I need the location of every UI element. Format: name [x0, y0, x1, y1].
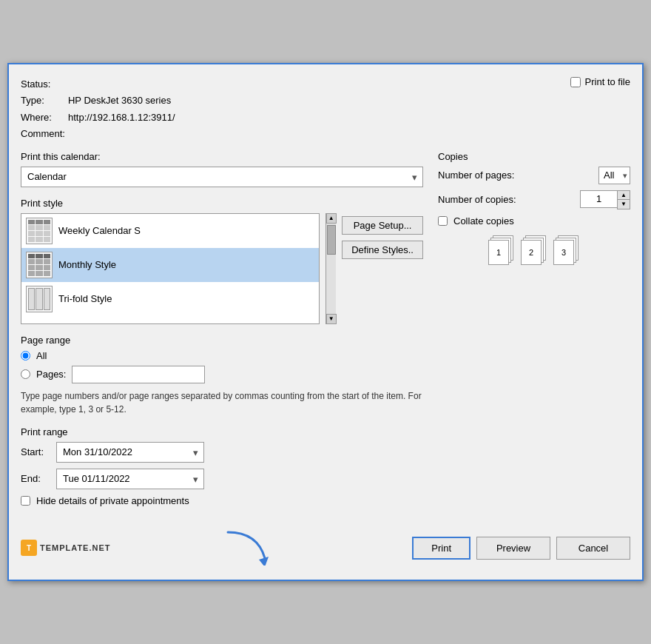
- end-date-select[interactable]: Tue 01/11/2022: [56, 469, 204, 489]
- collate-row: Collate copies: [438, 215, 630, 227]
- pages-radio[interactable]: [21, 369, 30, 379]
- collate-group-3: 3: [553, 235, 580, 265]
- print-calendar-label: Print this calendar:: [21, 151, 423, 162]
- monthly-label: Monthly Style: [58, 259, 116, 270]
- logo-text: TEMPLATE.NET: [40, 543, 111, 552]
- collate-group-1: 1: [488, 235, 515, 265]
- where-value: http://192.168.1.12:3911/: [68, 110, 178, 126]
- main-content: Print this calendar: Calendar Print styl…: [21, 151, 630, 517]
- page-range-label: Page range: [21, 335, 423, 346]
- status-value: [68, 76, 178, 93]
- page-range-section: Page range All Pages: Type page numbers …: [21, 335, 423, 416]
- print-dialog: Status: Type: HP DeskJet 3630 series Whe…: [7, 63, 644, 580]
- page-setup-button[interactable]: Page Setup...: [342, 216, 423, 235]
- bottom-left: T TEMPLATE.NET: [21, 529, 176, 568]
- page-front-1: 1: [488, 240, 509, 265]
- start-date-row: Start: Mon 31/10/2022: [21, 442, 423, 463]
- copies-control: ▲ ▼: [580, 190, 630, 209]
- collate-checkbox[interactable]: [438, 216, 448, 226]
- collate-label: Collate copies: [453, 215, 514, 227]
- collate-group-2: 2: [521, 235, 547, 265]
- print-style-section: Print style: [21, 198, 423, 324]
- pages-radio-row: Pages:: [21, 366, 423, 383]
- style-item-trifold[interactable]: Tri-fold Style: [21, 282, 319, 316]
- page-range-hint: Type page numbers and/or page ranges sep…: [21, 389, 423, 416]
- weekly-label: Weekly Calendar S: [58, 225, 141, 236]
- print-calendar-section: Print this calendar: Calendar: [21, 151, 423, 187]
- copies-spinners: ▲ ▼: [617, 190, 630, 209]
- num-copies-row: Number of copies: ▲ ▼: [438, 190, 630, 209]
- print-to-file-label: Print to file: [585, 76, 630, 87]
- left-panel: Print this calendar: Calendar Print styl…: [21, 151, 423, 517]
- page-front-3: 3: [553, 240, 574, 265]
- define-styles-button[interactable]: Define Styles..: [342, 241, 423, 259]
- num-copies-label: Number of copies:: [438, 194, 580, 205]
- pages-radio-label: Pages:: [36, 369, 66, 380]
- cancel-button[interactable]: Cancel: [556, 537, 630, 560]
- end-select-wrapper: Tue 01/11/2022: [56, 469, 204, 489]
- status-label: Status:: [21, 76, 68, 93]
- style-item-weekly[interactable]: Weekly Calendar S: [21, 214, 319, 248]
- style-list-scrollbar[interactable]: ▲ ▼: [326, 213, 336, 324]
- print-button[interactable]: Print: [412, 537, 470, 560]
- num-pages-control: All123: [598, 167, 630, 184]
- right-panel: Copies Number of pages: All123 Number of…: [438, 151, 630, 517]
- num-pages-row: Number of pages: All123: [438, 167, 630, 184]
- scroll-up-arrow[interactable]: ▲: [326, 213, 337, 224]
- style-item-monthly[interactable]: Monthly Style: [21, 248, 319, 282]
- page-front-2: 2: [521, 240, 542, 265]
- pages-input[interactable]: [72, 366, 205, 383]
- print-range-label: Print range: [21, 426, 423, 437]
- calendar-select-wrapper: Calendar: [21, 167, 423, 187]
- preview-button[interactable]: Preview: [476, 537, 550, 560]
- hide-details-checkbox[interactable]: [21, 496, 30, 506]
- monthly-icon: [26, 252, 53, 278]
- start-label: Start:: [21, 446, 50, 457]
- bottom-buttons: Print Preview Cancel: [412, 537, 630, 560]
- radio-group: All Pages:: [21, 350, 423, 383]
- copies-input[interactable]: [580, 190, 617, 208]
- hide-details-row: Hide details of private appointments: [21, 495, 423, 506]
- print-style-label: Print style: [21, 198, 423, 209]
- copies-up-btn[interactable]: ▲: [618, 191, 630, 200]
- collate-preview: 1 2 3: [438, 235, 630, 265]
- weekly-icon: [26, 218, 53, 244]
- comment-value: [68, 126, 178, 142]
- scroll-down-arrow[interactable]: ▼: [326, 314, 337, 324]
- copies-section: Copies Number of pages: All123 Number of…: [438, 151, 630, 265]
- trifold-icon: [26, 286, 53, 312]
- printer-info: Status: Type: HP DeskJet 3630 series Whe…: [21, 76, 630, 141]
- hide-details-label: Hide details of private appointments: [36, 495, 189, 506]
- logo-icon: T: [21, 540, 37, 556]
- template-logo: T TEMPLATE.NET: [21, 540, 111, 556]
- type-label: Type:: [21, 93, 68, 109]
- copies-down-btn[interactable]: ▼: [618, 200, 630, 209]
- print-to-file-container: Print to file: [570, 76, 630, 87]
- copies-label: Copies: [438, 151, 630, 162]
- arrow-decoration: [220, 529, 280, 568]
- where-label: Where:: [21, 110, 68, 126]
- calendar-select[interactable]: Calendar: [21, 167, 423, 187]
- trifold-label: Tri-fold Style: [58, 293, 112, 304]
- style-list-container: Weekly Calendar S: [21, 213, 423, 324]
- style-list: Weekly Calendar S: [21, 213, 320, 324]
- all-radio-label: All: [36, 350, 47, 361]
- scroll-thumb[interactable]: [327, 225, 336, 255]
- style-buttons: Page Setup... Define Styles..: [342, 213, 423, 324]
- print-range-section: Print range Start: Mon 31/10/2022 End: T…: [21, 426, 423, 506]
- all-radio-row: All: [21, 350, 423, 361]
- type-value: HP DeskJet 3630 series: [68, 93, 178, 109]
- comment-label: Comment:: [21, 126, 68, 142]
- start-date-select[interactable]: Mon 31/10/2022: [56, 442, 204, 463]
- num-pages-select[interactable]: All123: [598, 167, 630, 184]
- bottom-bar: T TEMPLATE.NET Print Preview Cancel: [21, 523, 630, 568]
- end-label: End:: [21, 473, 50, 484]
- all-radio[interactable]: [21, 351, 30, 360]
- print-to-file-checkbox[interactable]: [570, 77, 581, 87]
- num-pages-label: Number of pages:: [438, 170, 598, 181]
- end-date-row: End: Tue 01/11/2022: [21, 469, 423, 489]
- start-select-wrapper: Mon 31/10/2022: [56, 442, 204, 463]
